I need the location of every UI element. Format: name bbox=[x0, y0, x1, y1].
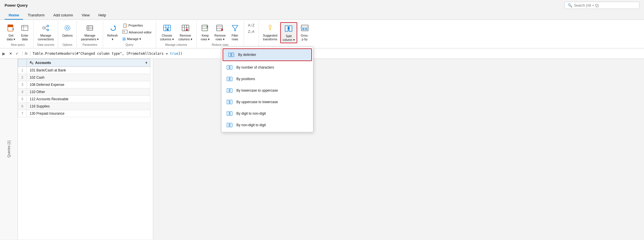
menu-item-by-number-of-chars[interactable]: By number of characters bbox=[221, 62, 313, 73]
column-dropdown-arrow[interactable]: ▾ bbox=[145, 61, 147, 65]
options-button[interactable]: Options bbox=[60, 22, 74, 39]
row-value: 130 Prepaid Insurance bbox=[27, 110, 150, 117]
filter-rows-button[interactable]: Filterrows bbox=[229, 22, 241, 42]
tab-home[interactable]: Home bbox=[5, 11, 23, 20]
properties-button[interactable]: 📋 Properties bbox=[121, 22, 154, 29]
by-nondigit-digit-icon bbox=[226, 122, 233, 128]
svg-point-7 bbox=[43, 27, 45, 29]
data-table-container[interactable]: AC Accounts ▾ 1 101 Bank/Cash at Bank 2 … bbox=[18, 59, 153, 239]
menu-item-by-nondigit-digit[interactable]: By non-digit to digit bbox=[221, 119, 313, 131]
ribbon-group-sort: A↑Z Z↓A bbox=[244, 21, 259, 48]
svg-point-8 bbox=[47, 25, 49, 27]
split-column-button[interactable]: Splitcolumn ▾ bbox=[280, 22, 297, 43]
table-row[interactable]: 4 110 Other bbox=[18, 88, 150, 96]
remove-rows-button[interactable]: Removerows ▾ bbox=[213, 22, 228, 42]
table-row[interactable]: 5 112 Accounts Receivable bbox=[18, 96, 150, 103]
get-data-button[interactable]: Getdata ▾ bbox=[5, 22, 17, 42]
svg-rect-19 bbox=[123, 30, 127, 33]
ribbon-group-manage-columns: Choosecolumns ▾ Removecolumns ▾ Manage c… bbox=[156, 21, 197, 48]
tab-view[interactable]: View bbox=[78, 11, 94, 20]
accounts-header[interactable]: AC Accounts ▾ bbox=[27, 59, 150, 67]
group-by-label: Grou-p by bbox=[301, 34, 308, 41]
svg-rect-55 bbox=[229, 53, 231, 57]
menu-item-by-lowercase-uppercase[interactable]: By lowercase to uppercase bbox=[221, 85, 313, 96]
svg-rect-53 bbox=[302, 28, 304, 30]
formula-close-button[interactable]: ✕ bbox=[8, 51, 14, 56]
search-box[interactable]: 🔍 bbox=[565, 2, 639, 9]
table-row[interactable]: 1 101 Bank/Cash at Bank bbox=[18, 67, 150, 74]
by-delimiter-icon bbox=[228, 51, 235, 58]
row-number: 7 bbox=[18, 110, 27, 117]
suggested-transforms-button[interactable]: Suggestedtransforms bbox=[261, 22, 279, 42]
svg-line-11 bbox=[45, 29, 47, 30]
formula-check-button[interactable]: ✓ bbox=[14, 51, 20, 56]
queries-label: Queries [1] bbox=[7, 141, 11, 158]
choose-columns-button[interactable]: Choosecolumns ▾ bbox=[158, 22, 176, 42]
suggested-transforms-label: Suggestedtransforms bbox=[263, 34, 277, 41]
menu-bar: Home Transform Add column View Help bbox=[0, 11, 644, 20]
ribbon-items-new-query: Getdata ▾ Enterdata bbox=[5, 22, 31, 42]
tab-transform[interactable]: Transform bbox=[24, 11, 49, 20]
manage-connections-button[interactable]: Manageconnections bbox=[36, 22, 56, 42]
manage-columns-label: Manage columns bbox=[165, 42, 187, 47]
options-group-label: Options bbox=[62, 42, 72, 47]
options-icon bbox=[63, 23, 72, 33]
split-column-dropdown: By delimiter By number of characters bbox=[221, 46, 313, 132]
remove-columns-button[interactable]: Removecolumns ▾ bbox=[177, 22, 194, 42]
sort-az-icon: A↑Z bbox=[248, 23, 255, 27]
manage-parameters-button[interactable]: Manageparameters ▾ bbox=[79, 22, 101, 42]
table-row[interactable]: 2 102 Cash bbox=[18, 74, 150, 81]
by-nondigit-digit-label: By non-digit to digit bbox=[236, 123, 266, 127]
svg-point-9 bbox=[47, 29, 49, 31]
manage-label: Manage ▾ bbox=[127, 37, 141, 41]
by-delimiter-label: By delimiter bbox=[238, 53, 256, 57]
search-input[interactable] bbox=[574, 3, 632, 7]
menu-item-by-delimiter[interactable]: By delimiter bbox=[223, 48, 312, 61]
table-row[interactable]: 7 130 Prepaid Insurance bbox=[18, 110, 150, 117]
group-by-icon bbox=[300, 23, 309, 33]
svg-marker-42 bbox=[232, 25, 238, 31]
advanced-editor-button[interactable]: Advanced editor bbox=[121, 29, 154, 35]
formula-bar-expand[interactable]: ▶ bbox=[2, 51, 5, 56]
tab-add-column[interactable]: Add column bbox=[49, 11, 77, 20]
by-digit-nondigit-label: By digit to non-digit bbox=[236, 112, 266, 116]
sort-za-button[interactable]: Z↓A bbox=[246, 29, 256, 35]
keep-rows-label: Keeprows ▾ bbox=[201, 34, 210, 41]
table-row[interactable]: 6 116 Supplies bbox=[18, 103, 150, 110]
svg-rect-47 bbox=[289, 26, 292, 31]
svg-rect-67 bbox=[227, 100, 229, 104]
remove-rows-icon bbox=[215, 23, 225, 33]
tab-help[interactable]: Help bbox=[94, 11, 110, 20]
svg-rect-1 bbox=[8, 25, 13, 27]
ribbon-group-transform: Suggestedtransforms Splitcolumn ▾ bbox=[259, 21, 313, 48]
split-column-label: Splitcolumn ▾ bbox=[283, 34, 295, 41]
menu-item-by-digit-nondigit[interactable]: By digit to non-digit bbox=[221, 108, 313, 119]
svg-rect-27 bbox=[182, 25, 189, 31]
keep-rows-button[interactable]: Keeprows ▾ bbox=[199, 22, 212, 42]
manage-button[interactable]: ⊞ Manage ▾ bbox=[121, 36, 154, 42]
manage-connections-icon bbox=[41, 23, 50, 33]
sort-az-button[interactable]: A↑Z bbox=[246, 22, 256, 28]
svg-rect-62 bbox=[230, 77, 232, 81]
svg-rect-61 bbox=[227, 77, 229, 81]
advanced-editor-label: Advanced editor bbox=[129, 31, 152, 34]
menu-item-by-positions[interactable]: By positions bbox=[221, 73, 313, 85]
group-by-button[interactable]: Grou-p by bbox=[298, 22, 311, 42]
by-lowercase-uppercase-icon bbox=[226, 87, 233, 94]
svg-rect-58 bbox=[227, 65, 229, 69]
row-value: 102 Cash bbox=[27, 74, 150, 81]
table-row[interactable]: 3 108 Deferred Expense bbox=[18, 81, 150, 88]
svg-rect-54 bbox=[305, 28, 307, 30]
ribbon-group-options: Options Options bbox=[58, 21, 77, 48]
manage-parameters-icon bbox=[85, 23, 94, 33]
refresh-button[interactable]: Refresh▾ bbox=[105, 22, 120, 42]
options-label: Options bbox=[62, 34, 73, 37]
ribbon-group-reduce-rows: Keeprows ▾ Removerows ▾ bbox=[197, 21, 244, 48]
row-value: 101 Bank/Cash at Bank bbox=[27, 67, 150, 74]
new-query-label: New query bbox=[11, 42, 25, 47]
svg-rect-73 bbox=[227, 123, 229, 127]
queries-panel: Queries [1] bbox=[0, 59, 18, 239]
svg-point-13 bbox=[65, 25, 70, 31]
enter-data-button[interactable]: Enterdata bbox=[18, 22, 31, 42]
menu-item-by-uppercase-lowercase[interactable]: By uppercase to lowercase bbox=[221, 96, 313, 108]
